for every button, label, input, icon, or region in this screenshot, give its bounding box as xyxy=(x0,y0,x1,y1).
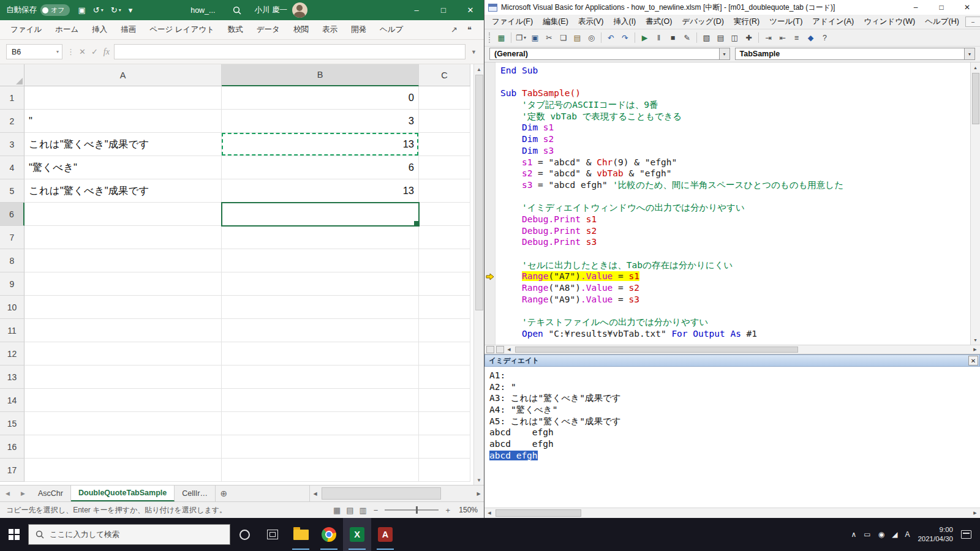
redo-icon[interactable]: ↷ xyxy=(619,31,631,44)
menu-item[interactable]: ツール(T) xyxy=(764,17,807,27)
cell-C11[interactable] xyxy=(419,319,470,342)
row-header-5[interactable]: 5 xyxy=(0,179,24,203)
code-line[interactable]: Dim s1 xyxy=(484,122,970,133)
dropdown-icon[interactable]: ▾ xyxy=(719,48,729,59)
cell-A10[interactable] xyxy=(24,296,222,319)
scroll-thumb[interactable] xyxy=(515,347,798,353)
menu-item[interactable]: ヘルプ(H) xyxy=(920,17,964,27)
zoom-level[interactable]: 150% xyxy=(457,506,478,514)
row-header-7[interactable]: 7 xyxy=(0,226,24,249)
grid-horizontal-scrollbar[interactable]: ◀ ▶ xyxy=(309,485,484,501)
cell-B12[interactable] xyxy=(222,342,419,365)
undo-icon[interactable]: ↺▾ xyxy=(93,6,104,15)
zoom-knob[interactable] xyxy=(416,506,418,514)
cortana-icon[interactable] xyxy=(230,518,258,551)
minimize-button[interactable]: – xyxy=(403,0,430,20)
scroll-track[interactable] xyxy=(494,508,970,518)
row-header-14[interactable]: 14 xyxy=(0,389,24,412)
qat-customize-icon[interactable]: ▾ xyxy=(129,6,133,15)
immediate-line[interactable]: A5: これは"驚くべき"成果です xyxy=(489,416,980,427)
bookmark-icon[interactable]: ◆ xyxy=(804,31,817,44)
row-header-15[interactable]: 15 xyxy=(0,412,24,435)
menu-item[interactable]: 挿入(I) xyxy=(608,17,641,27)
action-center-icon[interactable] xyxy=(961,530,971,539)
cell-A1[interactable] xyxy=(24,86,222,110)
toolbox-icon[interactable]: ✚ xyxy=(742,31,755,44)
undo-icon[interactable]: ↶ xyxy=(605,31,617,44)
outdent-icon[interactable]: ⇤ xyxy=(776,31,789,44)
scroll-thumb[interactable] xyxy=(972,73,979,124)
mdi-minimize-button[interactable]: – xyxy=(965,17,980,27)
ribbon-tab-ヘルプ[interactable]: ヘルプ xyxy=(373,20,410,39)
row-header-13[interactable]: 13 xyxy=(0,365,24,389)
scroll-left-icon[interactable]: ◀ xyxy=(504,347,514,352)
cell-C2[interactable] xyxy=(419,110,470,133)
indent-icon[interactable]: ⇥ xyxy=(762,31,775,44)
scroll-left-icon[interactable]: ◀ xyxy=(484,511,494,515)
code-line[interactable]: Range("A8").Value = s2 xyxy=(484,282,970,294)
grid-vertical-scrollbar[interactable]: ▲ ▼ xyxy=(473,64,484,485)
ribbon-tab-表示[interactable]: 表示 xyxy=(315,20,344,39)
column-header-A[interactable]: A xyxy=(24,64,222,86)
cell-B5[interactable]: 13 xyxy=(222,179,419,203)
cell-A9[interactable] xyxy=(24,272,222,296)
menu-item[interactable]: ウィンドウ(W) xyxy=(859,17,920,27)
scroll-up-icon[interactable]: ▲ xyxy=(971,62,980,72)
object-dropdown[interactable]: (General) ▾ xyxy=(489,48,730,60)
cell-C17[interactable] xyxy=(419,459,470,482)
network-icon[interactable]: ◢ xyxy=(892,530,897,539)
new-sheet-button[interactable]: ⊕ xyxy=(216,485,232,501)
cell-A4[interactable]: "驚くべき" xyxy=(24,156,222,179)
code-line[interactable]: s2 = "abcd" & vbTab & "efgh" xyxy=(484,168,970,179)
code-line[interactable]: 'セルに出力したときは、Tabの存在は分かりにくい xyxy=(484,260,970,271)
cell-B6[interactable] xyxy=(222,203,419,226)
ribbon-tab-ページ レイアウト[interactable]: ページ レイアウト xyxy=(143,20,221,39)
code-line[interactable]: Debug.Print s2 xyxy=(484,225,970,237)
zoom-slider[interactable] xyxy=(385,509,439,511)
cell-C5[interactable] xyxy=(419,179,470,203)
paste-icon[interactable]: ▤ xyxy=(571,31,584,44)
row-header-16[interactable]: 16 xyxy=(0,435,24,459)
immediate-line[interactable]: A4: "驚くべき" xyxy=(489,404,980,416)
scroll-down-icon[interactable]: ▼ xyxy=(474,475,484,485)
menu-item[interactable]: アドイン(A) xyxy=(807,17,859,27)
save-icon[interactable]: ▣ xyxy=(529,31,541,44)
code-line[interactable]: Open "C:¥results¥vbTab.txt" For Output A… xyxy=(484,328,970,340)
cell-C10[interactable] xyxy=(419,296,470,319)
dropdown-icon[interactable]: ▾ xyxy=(964,48,974,59)
save-icon[interactable]: ▣ xyxy=(78,6,86,15)
menu-item[interactable]: 表示(V) xyxy=(573,17,609,27)
cell-B15[interactable] xyxy=(222,412,419,435)
close-icon[interactable]: ✕ xyxy=(968,356,978,365)
cell-C9[interactable] xyxy=(419,272,470,296)
ribbon-tab-データ[interactable]: データ xyxy=(250,20,287,39)
cell-B17[interactable] xyxy=(222,459,419,482)
view-excel-icon[interactable]: ▦ xyxy=(495,31,508,44)
display-icon[interactable]: ▭ xyxy=(864,530,870,539)
comment-block-icon[interactable]: ≡ xyxy=(790,31,803,44)
cell-C1[interactable] xyxy=(419,86,470,110)
column-header-C[interactable]: C xyxy=(419,64,470,86)
scroll-thumb[interactable] xyxy=(496,509,581,517)
scroll-up-icon[interactable]: ▲ xyxy=(474,64,484,74)
zoom-out-button[interactable]: − xyxy=(374,506,379,515)
cell-C15[interactable] xyxy=(419,412,470,435)
close-button[interactable]: ✕ xyxy=(954,0,980,15)
code-line[interactable] xyxy=(484,77,970,88)
formula-input[interactable] xyxy=(114,44,466,59)
code-horizontal-scrollbar[interactable]: ◀ ▶ xyxy=(484,345,980,354)
scroll-thumb[interactable] xyxy=(475,75,483,310)
cell-B13[interactable] xyxy=(222,365,419,389)
immediate-line[interactable]: abcd efgh xyxy=(489,427,980,438)
cell-B3[interactable]: 13 xyxy=(222,133,419,156)
menu-item[interactable]: 編集(E) xyxy=(538,17,573,27)
cell-A7[interactable] xyxy=(24,226,222,249)
row-header-11[interactable]: 11 xyxy=(0,319,24,342)
break-icon[interactable]: ‖ xyxy=(652,31,665,44)
microphone-icon[interactable]: ◉ xyxy=(878,530,884,539)
autosave-toggle[interactable]: 自動保存 オフ xyxy=(6,4,70,16)
project-explorer-icon[interactable]: ▧ xyxy=(700,31,713,44)
code-line[interactable]: End Sub xyxy=(484,65,970,77)
run-icon[interactable]: ▶ xyxy=(638,31,651,44)
scroll-right-icon[interactable]: ▶ xyxy=(970,511,980,515)
